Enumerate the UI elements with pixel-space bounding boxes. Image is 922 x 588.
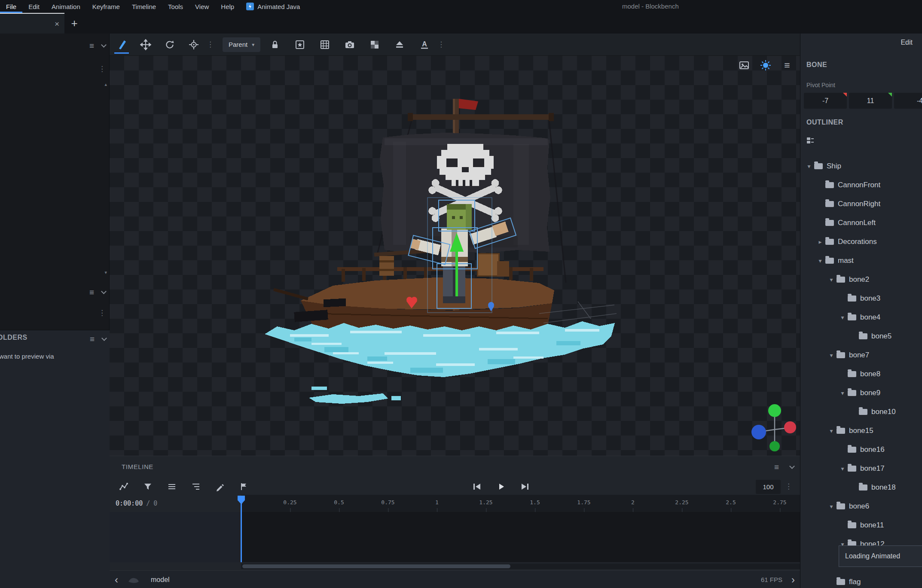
chevron-down-icon[interactable]: ▾	[804, 163, 814, 170]
jump-end-button[interactable]	[518, 479, 532, 494]
outliner-node-bone2[interactable]: ▾bone2	[800, 270, 922, 289]
outliner-node-bone16[interactable]: bone16	[800, 440, 922, 459]
background-image-button[interactable]	[737, 58, 751, 72]
parent-mode-dropdown[interactable]: Parent ▾	[223, 37, 260, 52]
panel-menu-icon[interactable]: ≡	[89, 288, 94, 296]
new-tab-button[interactable]: +	[64, 13, 84, 34]
move-tool-button[interactable]	[136, 35, 155, 54]
eject-button[interactable]	[390, 35, 409, 54]
text-format-button[interactable]: A	[415, 35, 434, 54]
outliner-node-decorations[interactable]: ▸Decorations	[800, 232, 922, 251]
outliner-node-bone5[interactable]: bone5	[800, 327, 922, 346]
menu-item-animation[interactable]: Animation	[46, 0, 86, 13]
jump-start-button[interactable]	[470, 479, 484, 494]
toolbar-overflow-icon[interactable]: ⋮	[203, 40, 217, 49]
pivot-z-input[interactable]: -4	[894, 93, 922, 109]
edit-keyframe-button[interactable]	[213, 479, 227, 494]
scroll-up-icon[interactable]: ▴	[104, 82, 107, 87]
toast-notification[interactable]: Loading Animated	[839, 545, 922, 567]
timeline-overflow-icon[interactable]: ⋮	[782, 482, 796, 491]
toolbar-overflow-icon[interactable]: ⋮	[434, 40, 448, 49]
timeline-menu-button[interactable]	[165, 479, 179, 494]
outliner-node-bone17[interactable]: ▾bone17	[800, 459, 922, 478]
panel-drag-handle-icon[interactable]: ⋮	[98, 64, 106, 73]
panel-menu-icon[interactable]: ≡	[774, 463, 779, 471]
viewport-menu-button[interactable]: ≡	[780, 58, 794, 72]
menu-item-edit[interactable]: Edit	[22, 0, 46, 13]
outliner-node-bone7[interactable]: ▾bone7	[800, 346, 922, 365]
chevron-down-icon[interactable]	[101, 42, 107, 48]
camera-button[interactable]	[340, 35, 359, 54]
lock-button[interactable]	[266, 35, 284, 54]
timeline-ruler[interactable]: 00.250.50.7511.251.51.7522.252.52.75	[241, 495, 800, 512]
marker-flag-button[interactable]	[237, 479, 251, 494]
prev-animation-button[interactable]: ‹	[112, 571, 121, 588]
outliner-node-cannonright[interactable]: CannonRight	[800, 195, 922, 213]
checkerboard-button[interactable]	[365, 35, 384, 54]
axis-ball-red[interactable]	[784, 421, 796, 433]
filmstrip-button[interactable]	[315, 35, 334, 54]
menu-item-timeline[interactable]: Timeline	[126, 0, 162, 13]
panel-drag-handle-icon[interactable]: ⋮	[98, 308, 106, 317]
outliner-node-bone4[interactable]: ▾bone4	[800, 308, 922, 327]
menu-item-help[interactable]: Help	[215, 0, 240, 13]
axis-ball-green-top[interactable]	[768, 404, 781, 417]
outliner-node-bone9[interactable]: ▾bone9	[800, 384, 922, 402]
viewport-canvas[interactable]	[110, 56, 800, 456]
outliner-node-bone18[interactable]: bone18	[800, 478, 922, 497]
chevron-down-icon[interactable]: ▾	[826, 427, 837, 434]
pivot-y-input[interactable]: 11	[849, 93, 892, 109]
outliner-node-bone3[interactable]: bone3	[800, 289, 922, 308]
chevron-down-icon[interactable]: ▾	[837, 314, 848, 321]
panel-menu-icon[interactable]: ≡	[90, 335, 95, 343]
sort-button[interactable]	[189, 479, 203, 494]
transform-tool-button[interactable]	[112, 35, 131, 54]
panel-menu-icon[interactable]: ≡	[89, 42, 94, 50]
chevron-down-icon[interactable]	[789, 463, 795, 469]
outliner-node-ship[interactable]: ▾Ship	[800, 157, 922, 176]
tab-close-icon[interactable]: ×	[55, 20, 59, 28]
chevron-down-icon[interactable]	[101, 289, 107, 294]
outliner-node-bone11[interactable]: bone11	[800, 516, 922, 535]
chevron-down-icon[interactable]: ▾	[837, 465, 848, 472]
pivot-tool-button[interactable]	[184, 35, 203, 54]
timeline-zoom-input[interactable]	[756, 480, 781, 494]
outliner-node-flag[interactable]: flag	[800, 573, 922, 588]
chevron-down-icon[interactable]: ▾	[826, 503, 837, 510]
lighting-button[interactable]	[759, 58, 772, 72]
outliner-node-bone10[interactable]: bone10	[800, 402, 922, 421]
view-axis-gizmo[interactable]	[745, 399, 800, 456]
pivot-x-input[interactable]: -7	[804, 93, 847, 109]
menu-item-view[interactable]: View	[189, 0, 215, 13]
chevron-down-icon[interactable]: ▾	[826, 276, 837, 283]
filter-button[interactable]	[140, 479, 155, 494]
chevron-right-icon[interactable]: ▸	[815, 238, 825, 245]
tab-model[interactable]: ×	[0, 13, 64, 34]
chevron-down-icon[interactable]: ▾	[815, 257, 825, 264]
outliner-toggles-icon[interactable]	[806, 136, 815, 145]
chevron-down-icon[interactable]	[101, 335, 107, 341]
outliner-node-mast[interactable]: ▾mast	[800, 251, 922, 270]
outliner-node-cannonfront[interactable]: CannonFront	[800, 176, 922, 195]
timeline-scrollbar-thumb[interactable]	[242, 564, 510, 568]
outliner-node-bone15[interactable]: ▾bone15	[800, 421, 922, 440]
graph-editor-button[interactable]	[116, 479, 131, 494]
mode-tab-edit[interactable]: Edit	[901, 39, 913, 46]
menu-item-file[interactable]: File	[0, 0, 22, 13]
play-button[interactable]	[494, 479, 508, 494]
menu-item-keyframe[interactable]: Keyframe	[86, 0, 126, 13]
outliner-node-cannonleft[interactable]: CannonLeft	[800, 213, 922, 232]
timeline-track-area[interactable]	[241, 512, 800, 562]
chevron-down-icon[interactable]: ▾	[826, 352, 837, 359]
outliner-node-bone6[interactable]: ▾bone6	[800, 497, 922, 516]
menu-item-tools[interactable]: Tools	[162, 0, 189, 13]
star-box-button[interactable]	[290, 35, 309, 54]
menu-item-animated-java[interactable]: Animated Java	[240, 0, 306, 13]
next-animation-button[interactable]: ›	[789, 571, 797, 588]
axis-ball-blue[interactable]	[751, 425, 766, 439]
rotate-tool-button[interactable]	[160, 35, 179, 54]
outliner-node-bone8[interactable]: bone8	[800, 365, 922, 384]
axis-ball-green-bottom[interactable]	[769, 441, 780, 451]
chevron-down-icon[interactable]: ▾	[837, 390, 848, 396]
scroll-down-icon[interactable]: ▾	[104, 270, 107, 275]
